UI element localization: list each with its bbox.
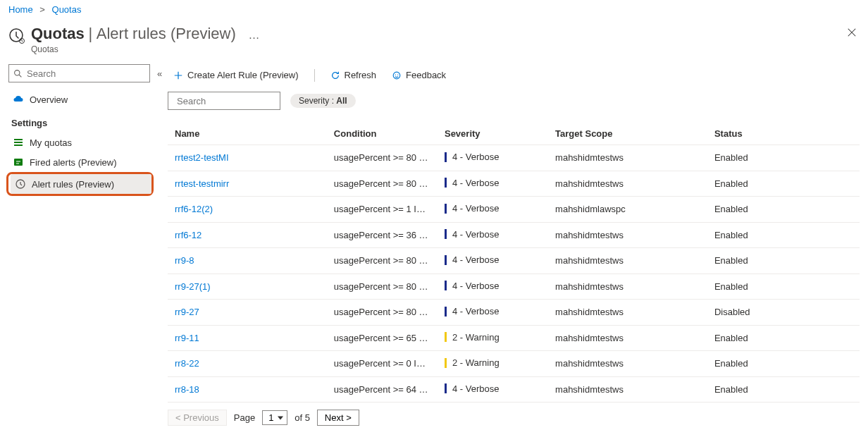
breadcrumb-quotas[interactable]: Quotas xyxy=(52,4,82,15)
breadcrumb: Home > Quotas xyxy=(0,0,868,19)
table-row[interactable]: rrtest2-testMIusagePercent >= 80 In sele… xyxy=(168,145,860,171)
table-row[interactable]: rr8-18usagePercent >= 64 In select4 - Ve… xyxy=(168,376,860,403)
cell-condition: usagePercent >= 80 In select xyxy=(327,300,438,326)
search-icon xyxy=(13,69,23,78)
plus-icon xyxy=(173,70,183,80)
cell-status: Enabled xyxy=(707,351,860,377)
page-label: Page xyxy=(234,412,255,423)
col-status[interactable]: Status xyxy=(707,123,860,145)
table-row[interactable]: rr9-11usagePercent >= 65 In select2 - Wa… xyxy=(168,325,860,351)
sidebar-item-fired-alerts[interactable]: Fired alerts (Preview) xyxy=(8,152,154,172)
table-row[interactable]: rr9-27usagePercent >= 80 In select4 - Ve… xyxy=(168,300,860,326)
create-alert-rule-button[interactable]: Create Alert Rule (Preview) xyxy=(168,67,304,83)
toolbar-sep xyxy=(314,69,315,82)
cell-status: Enabled xyxy=(707,222,860,248)
rule-name-link[interactable]: rr8-22 xyxy=(175,358,199,369)
severity-bar xyxy=(445,332,447,342)
main: Create Alert Rule (Preview) Refresh Feed… xyxy=(155,64,868,430)
sidebar-search[interactable] xyxy=(8,64,150,82)
table-row[interactable]: rr8-22usagePercent >= 0 In selecte2 - Wa… xyxy=(168,351,860,377)
more-button[interactable]: … xyxy=(248,29,259,41)
sidebar-item-label: Alert rules (Preview) xyxy=(32,179,114,190)
cell-status: Enabled xyxy=(707,376,860,403)
alert-rules-table: Name Condition Severity Target Scope Sta… xyxy=(168,123,860,403)
cell-status: Enabled xyxy=(707,274,860,300)
cloud-icon xyxy=(13,94,24,105)
next-button[interactable]: Next > xyxy=(317,410,359,426)
col-condition[interactable]: Condition xyxy=(327,123,438,145)
sidebar-item-my-quotas[interactable]: My quotas xyxy=(8,133,154,152)
cell-condition: usagePercent >= 80 In select xyxy=(327,274,438,300)
col-name[interactable]: Name xyxy=(168,123,327,145)
table-search[interactable] xyxy=(168,92,280,110)
breadcrumb-sep: > xyxy=(39,4,45,15)
cell-condition: usagePercent >= 80 In select xyxy=(327,248,438,274)
cell-scope: mahshidmtestws xyxy=(548,300,707,326)
cell-condition: usagePercent >= 80 In select xyxy=(327,145,438,171)
table-search-input[interactable] xyxy=(177,96,295,106)
feedback-button[interactable]: Feedback xyxy=(386,67,452,83)
cell-scope: mahshidmlawspc xyxy=(548,197,707,223)
cell-severity: 2 - Warning xyxy=(452,332,500,343)
table-row[interactable]: rrf6-12usagePercent >= 36 In select4 - V… xyxy=(168,222,860,248)
page-select[interactable]: 1 xyxy=(262,410,287,425)
rule-name-link[interactable]: rrtest-testmirr xyxy=(175,178,229,189)
rule-name-link[interactable]: rr9-27(1) xyxy=(175,281,211,292)
table-row[interactable]: rr9-8usagePercent >= 80 In select4 - Ver… xyxy=(168,248,860,274)
cell-status: Enabled xyxy=(707,248,860,274)
cell-condition: usagePercent >= 80 In select xyxy=(327,171,438,197)
rule-name-link[interactable]: rr9-27 xyxy=(175,307,199,317)
rule-name-link[interactable]: rrf6-12(2) xyxy=(175,204,213,214)
page-caption: Quotas xyxy=(31,44,844,54)
breadcrumb-home[interactable]: Home xyxy=(8,4,33,15)
cell-condition: usagePercent >= 1 In selecte xyxy=(327,197,438,223)
previous-button[interactable]: < Previous xyxy=(168,410,227,426)
sidebar-search-input[interactable] xyxy=(27,68,145,79)
severity-filter-pill[interactable]: Severity : All xyxy=(290,94,356,108)
sidebar-item-alert-rules-highlight: Alert rules (Preview) xyxy=(6,172,154,196)
page-title-sep: | xyxy=(88,25,92,42)
refresh-button[interactable]: Refresh xyxy=(325,67,383,83)
col-scope[interactable]: Target Scope xyxy=(548,123,707,145)
alerts-icon xyxy=(13,156,24,168)
create-label: Create Alert Rule (Preview) xyxy=(187,70,299,80)
refresh-label: Refresh xyxy=(345,70,377,80)
table-row[interactable]: rrtest-testmirrusagePercent >= 80 In sel… xyxy=(168,171,860,197)
cell-severity: 4 - Verbose xyxy=(452,306,500,317)
filter-row: Severity : All xyxy=(168,92,860,110)
rule-name-link[interactable]: rr9-11 xyxy=(175,333,199,343)
severity-bar xyxy=(445,204,447,214)
rule-name-link[interactable]: rrtest2-testMI xyxy=(175,152,229,163)
cell-scope: mahshidmtestws xyxy=(548,171,707,197)
feedback-icon xyxy=(392,70,402,80)
severity-bar xyxy=(445,152,447,162)
pagination: < Previous Page 1 of 5 Next > xyxy=(168,403,860,430)
cell-severity: 4 - Verbose xyxy=(452,203,500,214)
severity-bar xyxy=(445,281,447,290)
rule-name-link[interactable]: rr8-18 xyxy=(175,384,199,395)
cell-status: Enabled xyxy=(707,325,860,351)
cell-condition: usagePercent >= 36 In select xyxy=(327,222,438,248)
page-header: Quotas | Alert rules (Preview) … Quotas xyxy=(0,19,868,64)
cell-severity: 4 - Verbose xyxy=(452,229,500,240)
cell-scope: mahshidmtestws xyxy=(548,351,707,377)
severity-bar xyxy=(445,178,447,188)
sidebar-item-label: My quotas xyxy=(30,137,72,148)
cell-scope: mahshidmtestws xyxy=(548,274,707,300)
severity-bar xyxy=(445,229,447,239)
cell-status: Disabled xyxy=(707,300,860,326)
cell-severity: 4 - Verbose xyxy=(452,254,500,265)
sidebar-item-label: Overview xyxy=(30,94,68,105)
svg-point-6 xyxy=(395,74,396,75)
table-row[interactable]: rrf6-12(2)usagePercent >= 1 In selecte4 … xyxy=(168,197,860,223)
col-severity[interactable]: Severity xyxy=(438,123,548,145)
table-row[interactable]: rr9-27(1)usagePercent >= 80 In select4 -… xyxy=(168,274,860,300)
sidebar-item-alert-rules[interactable]: Alert rules (Preview) xyxy=(11,174,151,194)
severity-bar xyxy=(445,383,447,393)
close-button[interactable] xyxy=(844,25,860,42)
sidebar-item-overview[interactable]: Overview xyxy=(8,90,154,109)
rule-name-link[interactable]: rr9-8 xyxy=(175,255,194,266)
svg-rect-3 xyxy=(14,159,23,166)
list-icon xyxy=(13,137,24,148)
rule-name-link[interactable]: rrf6-12 xyxy=(175,230,202,240)
